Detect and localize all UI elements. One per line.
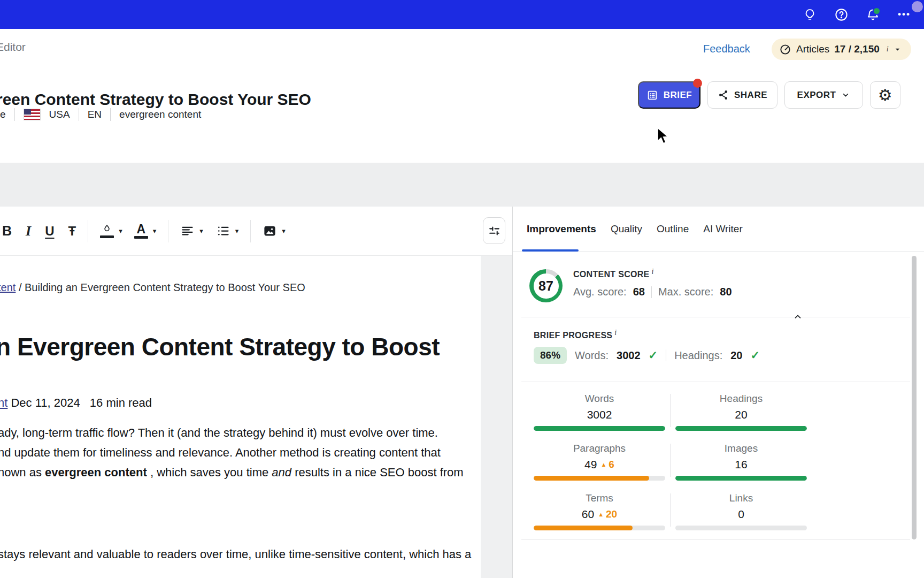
brief-button[interactable]: BRIEF [638, 81, 700, 109]
meta-lead-clipped: e [0, 109, 6, 120]
chevron-down-icon[interactable]: ▾ [282, 227, 286, 235]
articles-label: Articles [796, 43, 829, 55]
tab-outline[interactable]: Outline [657, 223, 689, 235]
text-color-button[interactable]: A [134, 223, 148, 239]
paragraph-line[interactable]: ady, long-term traffic flow? Then it (an… [0, 426, 438, 440]
progress-track [534, 526, 665, 530]
tab-ai-writer[interactable]: AI Writer [703, 223, 743, 235]
column-divider [670, 493, 671, 527]
triangle-up-icon: ▲ [598, 511, 604, 518]
italic-word: and [272, 466, 291, 479]
strikethrough-button[interactable]: Ŧ [68, 224, 76, 239]
stats-row: Words 3002 Headings 20 [534, 393, 807, 431]
image-button[interactable] [263, 224, 277, 238]
articles-quota-pill[interactable]: Articles 17 / 2,150 i [772, 39, 911, 60]
mouse-cursor [657, 127, 671, 147]
chevron-down-icon[interactable]: ▾ [199, 227, 203, 235]
meta-separator [79, 108, 79, 121]
help-icon[interactable] [833, 6, 849, 22]
lightbulb-icon[interactable] [802, 6, 818, 22]
paragraph-line[interactable]: nown as evergreen content , which saves … [0, 466, 464, 480]
content-editor-app: ••• Editor Feedback Articles 17 / 2,150 … [0, 0, 924, 578]
progress-track [675, 526, 807, 530]
highlight-color-button[interactable] [100, 224, 114, 238]
stat-links: Links 0 [675, 492, 807, 530]
triangle-up-icon: ▲ [600, 461, 606, 468]
tab-quality[interactable]: Quality [611, 223, 642, 235]
editor-panel: B I U Ŧ ▾ A ▾ [0, 207, 512, 578]
progress-track [534, 476, 665, 481]
chevron-down-icon[interactable]: ▾ [119, 227, 122, 235]
max-score-value: 80 [720, 286, 732, 298]
score-separator [651, 286, 652, 298]
stat-paragraphs: Paragraphs 49 ▲6 [534, 443, 665, 481]
recording-indicator-dot [912, 1, 923, 12]
progress-badge: 86% [534, 347, 567, 364]
breadcrumb-link[interactable]: tent [0, 282, 16, 293]
check-icon: ✓ [750, 349, 760, 362]
list-button[interactable] [216, 224, 230, 238]
meta-separator [110, 108, 111, 121]
notifications-bell-icon[interactable] [865, 6, 881, 22]
articles-count: 17 / 2,150 [834, 43, 880, 55]
breadcrumb-rest: / Building an Evergreen Content Strategy… [16, 282, 305, 293]
page-title: reen Content Strategy to Boost Your SEO [0, 90, 311, 109]
active-tab-underline [522, 249, 579, 252]
info-icon[interactable]: i [652, 268, 654, 276]
article-heading[interactable]: n Evergreen Content Strategy to Boost [0, 332, 440, 361]
paragraph-line[interactable]: nd update them for timeliness and releva… [0, 446, 441, 460]
settings-gear-button[interactable]: ⚙ [870, 81, 900, 109]
breadcrumb: tent / Building an Evergreen Content Str… [0, 282, 305, 294]
document-meta: e USA EN evergreen content [0, 108, 201, 121]
progress-fill [675, 426, 807, 431]
check-icon: ✓ [649, 349, 658, 362]
progress-fill [534, 426, 665, 431]
underline-button[interactable]: U [45, 224, 54, 239]
collapse-chevron-up-icon[interactable] [793, 312, 803, 324]
section-divider [521, 539, 910, 540]
brief-button-label: BRIEF [664, 90, 692, 101]
header-actions: BRIEF SHARE EXPORT ⚙ [638, 81, 900, 109]
chevron-down-icon[interactable]: ▾ [153, 227, 157, 235]
tab-improvements[interactable]: Improvements [527, 223, 596, 235]
chevron-down-icon [841, 90, 850, 100]
stat-terms: Terms 60 ▲20 [534, 492, 665, 530]
feedback-link[interactable]: Feedback [703, 43, 750, 55]
bold-button[interactable]: B [2, 223, 12, 239]
editor-settings-sliders-button[interactable] [483, 217, 505, 244]
progress-track [534, 426, 665, 431]
brief-list-icon [646, 89, 658, 101]
score-averages: Avg. score: 68 Max. score: 80 [573, 286, 732, 298]
notification-red-dot [693, 79, 702, 88]
section-divider [521, 317, 910, 317]
text-color-bar [134, 236, 148, 239]
italic-button[interactable]: I [26, 223, 31, 239]
insights-sidebar: Improvements Quality Outline AI Writer 8… [513, 207, 924, 578]
toolbar-divider [250, 220, 251, 242]
avg-score-value: 68 [633, 286, 645, 298]
author-link[interactable]: nt [0, 396, 7, 409]
progress-track [675, 426, 807, 431]
headings-label: Headings: [674, 349, 722, 362]
stat-words: Words 3002 [534, 393, 665, 431]
article-date: Dec 11, 2024 [11, 396, 80, 409]
align-button[interactable] [180, 224, 195, 238]
info-icon: i [887, 45, 889, 54]
share-button[interactable]: SHARE [707, 81, 777, 109]
highlight-color-bar [100, 235, 114, 238]
export-button[interactable]: EXPORT [784, 81, 863, 109]
stats-row: Terms 60 ▲20 Links 0 [534, 492, 807, 530]
delta-indicator: ▲20 [598, 508, 617, 520]
more-menu-icon[interactable]: ••• [896, 6, 912, 22]
toolbar-divider [88, 220, 88, 242]
chevron-down-icon[interactable]: ▾ [235, 227, 239, 235]
share-button-label: SHARE [734, 90, 767, 101]
sidebar-scrollbar[interactable] [912, 256, 917, 539]
brief-progress-title: BRIEF PROGRESS [534, 331, 612, 340]
stat-images: Images 16 [675, 443, 807, 481]
read-time: 16 min read [90, 396, 152, 409]
progress-fill [675, 476, 807, 481]
info-icon[interactable]: i [614, 329, 617, 337]
content-score-value: 87 [534, 273, 559, 299]
paragraph-line[interactable]: stays relevant and valuable to readers o… [0, 547, 471, 561]
